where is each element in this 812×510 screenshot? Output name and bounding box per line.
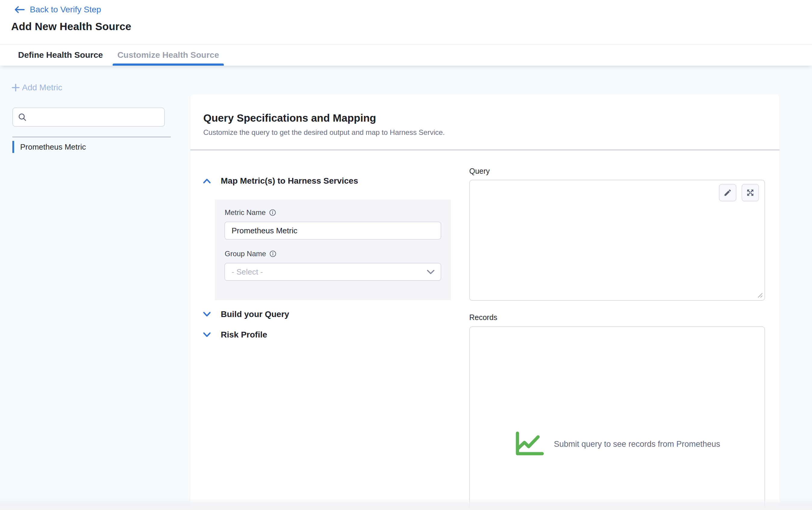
back-link-label: Back to Verify Step [30,5,101,14]
add-metric-button[interactable]: Add Metric [11,83,62,92]
selected-indicator-bar [12,141,14,153]
screen: Back to Verify Step Add New Health Sourc… [0,0,812,510]
records-label: Records [469,313,497,322]
search-input[interactable] [27,108,164,126]
query-specifications-card: Query Specifications and Mapping Customi… [190,94,780,510]
bottom-fade-band [0,498,812,510]
arrow-left-icon [13,5,25,14]
info-icon[interactable] [269,250,277,258]
section-label: Map Metric(s) to Harness Services [221,176,358,186]
edit-query-button[interactable] [719,184,736,202]
fullscreen-icon [746,188,754,197]
add-metric-label: Add Metric [22,83,62,92]
section-label: Build your Query [221,310,289,319]
chevron-down-icon [203,332,211,337]
metric-mapping-panel: Metric Name Group Name [215,200,451,300]
select-placeholder: - Select - [232,267,263,277]
records-empty-text: Submit query to see records from Prometh… [554,440,720,449]
pencil-icon [723,188,732,197]
page-header: Back to Verify Step Add New Health Sourc… [0,0,812,44]
sidebar-item-prometheus-metric[interactable]: Prometheus Metric [12,141,169,153]
group-name-label: Group Name [225,249,277,258]
resize-grip[interactable] [756,291,763,298]
tab-define-health-source[interactable]: Define Health Source [18,44,103,66]
card-subtitle: Customize the query to get the desired o… [203,128,445,137]
card-header-divider [190,150,780,150]
section-label: Risk Profile [221,330,267,339]
chevron-down-icon [427,270,435,274]
chevron-up-icon [203,178,211,184]
expand-query-button[interactable] [742,184,759,202]
metric-search [12,108,165,127]
metric-name-label: Metric Name [225,208,276,217]
sidebar-divider [12,137,171,137]
records-empty-state: Submit query to see records from Prometh… [469,326,765,510]
back-link[interactable]: Back to Verify Step [13,5,101,14]
info-icon[interactable] [269,209,276,216]
metrics-sidebar: Add Metric Prometheus Metric [0,66,190,510]
content-area: Add Metric Prometheus Metric Query Speci… [0,66,812,510]
tab-bar: Define Health Source Customize Health So… [0,44,812,66]
metric-item-label: Prometheus Metric [20,142,86,152]
metric-name-input[interactable] [224,221,441,240]
tab-customize-health-source[interactable]: Customize Health Source [113,44,224,66]
line-chart-icon [514,431,546,457]
query-label: Query [469,167,490,176]
search-icon [18,113,27,122]
chevron-down-icon [203,311,211,317]
section-build-your-query[interactable]: Build your Query [203,310,289,319]
section-map-metrics[interactable]: Map Metric(s) to Harness Services [203,176,358,186]
group-name-select[interactable]: - Select - [224,263,441,281]
card-title: Query Specifications and Mapping [203,112,376,124]
page-title: Add New Health Source [11,21,131,32]
query-editor [469,180,765,301]
section-risk-profile[interactable]: Risk Profile [203,330,267,339]
plus-icon [11,83,21,92]
